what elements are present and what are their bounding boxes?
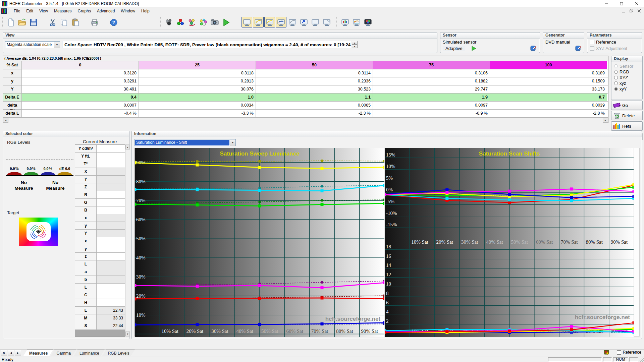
table-cell[interactable]: 30.523: [256, 85, 373, 93]
mdi-minimize-button[interactable]: [622, 9, 625, 13]
monitor-rgb-bars-icon[interactable]: [340, 17, 351, 27]
table-cell[interactable]: -3.3 %: [139, 110, 256, 117]
sensor-play-icon[interactable]: [471, 46, 477, 51]
monitor-curves-icon[interactable]: [351, 17, 362, 27]
maximize-button[interactable]: [614, 0, 629, 7]
new-file-icon[interactable]: [5, 17, 16, 27]
camera-icon[interactable]: [209, 17, 220, 27]
display-option-xyz[interactable]: xyz: [614, 80, 633, 86]
spinner-down-icon[interactable]: ▼: [352, 45, 358, 48]
monitor-sel-curves-icon[interactable]: [276, 17, 286, 27]
table-cell[interactable]: 0.3106: [373, 69, 490, 77]
display-option-xyy[interactable]: xyY: [614, 86, 633, 92]
monitor-fold-icon[interactable]: [321, 17, 332, 27]
delete-button[interactable]: Delete: [611, 111, 643, 120]
copy-icon[interactable]: [59, 17, 69, 27]
table-cell[interactable]: 0.3291: [22, 77, 139, 85]
paste-icon[interactable]: [70, 17, 81, 27]
scroll-right-icon[interactable]: ►: [603, 118, 608, 123]
table-cell[interactable]: 0.3118: [139, 69, 256, 77]
saturation-scale-select[interactable]: Magenta saturation scale ▼: [5, 41, 60, 48]
mdi-restore-button[interactable]: [630, 9, 633, 13]
balls-rgb-icon[interactable]: [175, 17, 186, 27]
display-option-rgb[interactable]: RGB: [614, 69, 633, 75]
monitor-sel-plain-icon[interactable]: [241, 17, 252, 27]
table-cell[interactable]: 0.0097: [373, 102, 490, 109]
table-cell[interactable]: 0.7: [490, 94, 607, 101]
play-icon[interactable]: [221, 17, 231, 27]
sheet-tab-luminance[interactable]: Luminance: [73, 350, 105, 356]
scroll-down-icon[interactable]: ▼: [125, 331, 130, 336]
balls-multi-icon[interactable]: [198, 17, 209, 27]
table-cell[interactable]: -2.8 %: [490, 110, 607, 117]
table-cell[interactable]: 0.1509: [490, 77, 607, 85]
sheet-tab-measures[interactable]: Measures: [23, 350, 53, 356]
sheet-tab-gamma[interactable]: Gamma: [50, 350, 76, 356]
cut-icon[interactable]: [47, 17, 58, 27]
menu-item-help[interactable]: Help: [138, 8, 153, 14]
spinner-up-icon[interactable]: ▲: [352, 41, 358, 45]
table-cell[interactable]: 0.0039: [490, 102, 607, 109]
table-cell[interactable]: 1.0: [139, 94, 256, 101]
table-cell[interactable]: 0.1882: [373, 77, 490, 85]
table-cell[interactable]: 30.076: [139, 85, 256, 93]
sheet-tab-rgb-levels[interactable]: RGB Levels: [102, 350, 135, 356]
monitor-color-icon[interactable]: [363, 17, 373, 27]
monitor-curve-icon[interactable]: [287, 17, 298, 27]
help-icon[interactable]: ?: [108, 17, 119, 27]
mdi-close-button[interactable]: [638, 9, 641, 13]
table-cell[interactable]: 0.0034: [139, 102, 256, 109]
table-cell[interactable]: 0.2813: [139, 77, 256, 85]
monitor-sel-curve-icon[interactable]: [253, 17, 264, 27]
balls-gray-icon[interactable]: [164, 17, 174, 27]
menu-item-edit[interactable]: Edit: [23, 8, 36, 14]
menu-item-graphs[interactable]: Graphs: [75, 8, 94, 14]
table-cell[interactable]: -2.3 %: [256, 110, 373, 117]
table-cell[interactable]: 0.2336: [256, 77, 373, 85]
tab-next-icon[interactable]: ►: [15, 350, 21, 356]
reference-checkbox[interactable]: Reference: [590, 40, 627, 45]
menu-item-measures[interactable]: Measures: [51, 8, 75, 14]
information-select[interactable]: Saturation Luminance - Shift ▼: [135, 139, 236, 146]
current-measure-scrollbar[interactable]: ▲ ▼: [125, 144, 130, 337]
chevron-down-icon[interactable]: ▼: [230, 139, 235, 146]
table-cell[interactable]: 0.3189: [490, 69, 607, 77]
tab-prev-icon[interactable]: ◄: [8, 350, 14, 356]
refs-button[interactable]: Refs: [611, 121, 643, 131]
info-spinner[interactable]: ▲ ▼: [352, 41, 358, 48]
display-option-xyz[interactable]: XYZ: [614, 75, 633, 80]
print-icon[interactable]: [89, 17, 100, 27]
table-cell[interactable]: 0.3120: [22, 69, 139, 77]
go-button[interactable]: Go: [611, 101, 643, 110]
minimize-button[interactable]: [599, 0, 614, 7]
menu-item-view[interactable]: View: [36, 8, 51, 14]
table-cell[interactable]: -6.9 %: [373, 110, 490, 117]
generator-config-icon[interactable]: [575, 45, 582, 51]
table-cell[interactable]: -0.4 %: [22, 110, 139, 117]
open-folder-icon[interactable]: [17, 17, 28, 27]
table-cell[interactable]: 0.3114: [256, 69, 373, 77]
chevron-down-icon[interactable]: ▼: [54, 42, 60, 48]
save-icon[interactable]: [28, 17, 39, 27]
menu-item-window[interactable]: Window: [118, 8, 138, 14]
balls-arc-icon[interactable]: [186, 17, 197, 27]
table-cell[interactable]: 30.491: [22, 85, 139, 93]
menu-item-advanced[interactable]: Advanced: [94, 8, 118, 14]
menu-item-file[interactable]: File: [11, 8, 23, 14]
table-cell[interactable]: 33.173: [490, 85, 607, 93]
table-cell[interactable]: 1.1: [256, 94, 373, 101]
table-hscrollbar[interactable]: ◄ ►: [3, 118, 608, 123]
monitor-plain-icon[interactable]: [310, 17, 321, 27]
tab-close-icon[interactable]: ✕: [1, 350, 7, 356]
monitor-arrow-icon[interactable]: [299, 17, 309, 27]
table-cell[interactable]: 29.747: [373, 85, 490, 93]
resize-grip[interactable]: [639, 357, 644, 362]
table-cell[interactable]: 0.0065: [256, 102, 373, 109]
scroll-up-icon[interactable]: ▲: [125, 145, 130, 149]
reference-status-checkbox[interactable]: Reference: [617, 350, 641, 355]
monitor-sel-curve2-icon[interactable]: [264, 17, 275, 27]
sensor-config-icon[interactable]: [530, 45, 537, 51]
close-button[interactable]: [629, 0, 644, 7]
table-cell[interactable]: 0.0007: [22, 102, 139, 109]
table-cell[interactable]: 1.9: [373, 94, 490, 101]
